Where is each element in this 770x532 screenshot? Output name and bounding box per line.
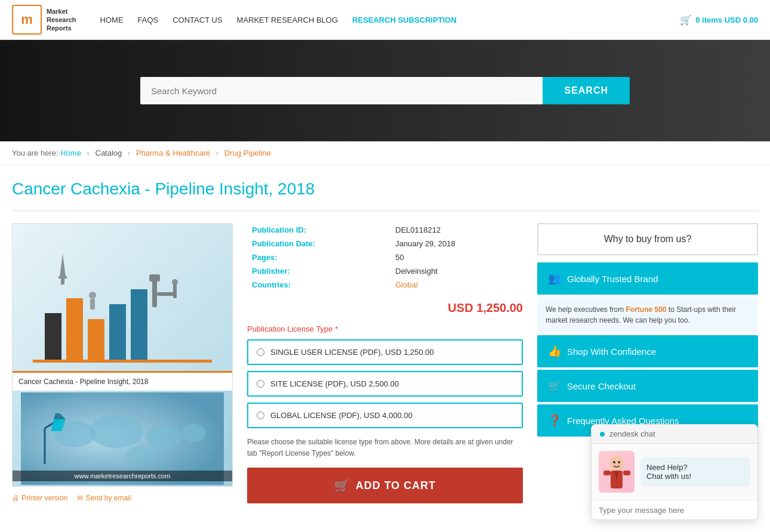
- svg-rect-14: [90, 299, 95, 310]
- product-image-bottom: www.marketresearchreports.com: [13, 391, 232, 486]
- chat-avatar-illustration: [600, 454, 633, 493]
- add-to-cart-button[interactable]: 🛒 ADD TO CART: [247, 468, 523, 503]
- svg-point-54: [618, 461, 620, 463]
- email-link[interactable]: ✉ Send by email: [77, 494, 131, 502]
- hero-banner: SEARCH: [0, 40, 770, 141]
- svg-rect-6: [149, 274, 160, 282]
- svg-point-9: [172, 279, 178, 285]
- site-header: m MarketResearchReports HOME FAQS CONTAC…: [0, 0, 770, 40]
- svg-point-20: [182, 424, 206, 442]
- main-nav: HOME FAQS CONTACT US MARKET RESEARCH BLO…: [100, 16, 680, 24]
- license-note: Please choose the suitable license type …: [247, 437, 523, 459]
- cart-button-icon: 🛒: [334, 478, 350, 493]
- svg-point-19: [146, 425, 182, 449]
- email-label: Send by email: [85, 494, 131, 502]
- feature-shop-label: Shop With Confidence: [567, 347, 656, 357]
- publisher-label: Publisher:: [247, 264, 390, 278]
- license-single-label: SINGLE USER LICENSE (PDF), USD 1,250.00: [270, 348, 434, 357]
- pages-val: 50: [390, 250, 523, 264]
- left-column: Cancer Cachexia - Pipeline Insight, 2018: [12, 223, 233, 508]
- printer-icon: 🖨: [12, 494, 19, 502]
- add-to-cart-label: ADD TO CART: [356, 480, 436, 492]
- pub-id-val: DEL0118212: [390, 223, 523, 237]
- svg-rect-11: [58, 276, 67, 279]
- search-input[interactable]: [140, 77, 543, 104]
- website-label: www.marketresearchreports.com: [13, 471, 232, 481]
- breadcrumb-prefix: You are here:: [12, 149, 58, 157]
- nav-subscription[interactable]: RESEARCH SUBSCRIPTION: [352, 16, 457, 24]
- search-button[interactable]: SEARCH: [543, 77, 630, 104]
- license-option-single[interactable]: SINGLE USER LICENSE (PDF), USD 1,250.00: [247, 339, 523, 365]
- people-icon: 👥: [548, 272, 561, 285]
- product-price: USD 1,250.00: [247, 301, 523, 315]
- svg-point-13: [89, 292, 96, 299]
- license-option-global[interactable]: GLOBAL LICENSE (PDF), USD 4,000.00: [247, 403, 523, 428]
- logo[interactable]: m MarketResearchReports: [12, 5, 76, 35]
- logo-text: MarketResearchReports: [47, 7, 76, 33]
- fortune-highlight: Fortune 500: [626, 305, 667, 314]
- feature-secure-checkout[interactable]: 🛒 Secure Checkout: [537, 370, 758, 402]
- chat-widget: zendesk chat Need Help?Chat with us!: [591, 424, 758, 519]
- chat-bubble: Need Help?Chat with us!: [640, 457, 750, 487]
- svg-point-21: [125, 446, 155, 464]
- printer-version-link[interactable]: 🖨 Printer version: [12, 494, 67, 502]
- svg-rect-4: [131, 289, 147, 361]
- breadcrumb-drug[interactable]: Drug Pipeline: [224, 149, 271, 157]
- nav-home[interactable]: HOME: [100, 16, 124, 24]
- feature-shop-confidence[interactable]: 👍 Shop With Confidence: [537, 335, 758, 367]
- product-actions: 🖨 Printer version ✉ Send by email: [12, 494, 233, 502]
- feature-trusted-desc: We help executives from Fortune 500 to S…: [537, 297, 758, 333]
- chat-input[interactable]: [599, 506, 750, 515]
- pub-id-label: Publication ID:: [247, 223, 390, 237]
- search-bar: SEARCH: [140, 77, 630, 104]
- thumb-icon: 👍: [548, 345, 561, 358]
- countries-label: Countries:: [247, 278, 390, 292]
- chat-avatar: [599, 451, 635, 493]
- svg-rect-7: [157, 292, 175, 296]
- pub-date-val: January 29, 2018: [390, 237, 523, 250]
- countries-val: Global: [390, 278, 523, 292]
- svg-rect-3: [109, 304, 126, 361]
- chat-header: zendesk chat: [592, 425, 757, 444]
- product-image-box: Cancer Cachexia - Pipeline Insight, 2018: [12, 223, 233, 487]
- breadcrumb-pharma[interactable]: Pharma & Healthcare: [136, 149, 210, 157]
- breadcrumb-catalog[interactable]: Catalog: [96, 149, 122, 157]
- svg-rect-8: [173, 283, 177, 298]
- license-global-label: GLOBAL LICENSE (PDF), USD 4,000.00: [270, 411, 412, 420]
- chat-status-dot: [600, 432, 605, 437]
- faq-icon: ❓: [548, 414, 561, 427]
- product-image-top: Cancer Cachexia - Pipeline Insight, 2018: [13, 224, 232, 391]
- email-icon: ✉: [77, 494, 83, 502]
- chat-body: Need Help?Chat with us!: [592, 444, 757, 500]
- svg-rect-5: [152, 277, 157, 307]
- feature-secure-label: Secure Checkout: [567, 381, 636, 391]
- chat-input-area[interactable]: [592, 500, 757, 519]
- license-radio-single[interactable]: [257, 348, 264, 356]
- page-title: Cancer Cachexia - Pipeline Insight, 2018: [0, 165, 770, 205]
- license-radio-global[interactable]: [257, 412, 264, 419]
- svg-rect-12: [61, 279, 64, 284]
- svg-rect-1: [66, 298, 83, 361]
- publisher-val: Delveinsight: [390, 264, 523, 278]
- breadcrumb-home[interactable]: Home: [60, 149, 81, 157]
- svg-point-53: [613, 461, 615, 463]
- breadcrumb: You are here: Home › Catalog › Pharma & …: [0, 141, 770, 165]
- svg-rect-52: [623, 471, 630, 475]
- svg-rect-51: [603, 471, 611, 475]
- nav-blog[interactable]: MARKET RESEARCH BLOG: [237, 16, 338, 24]
- chat-header-label: zendesk chat: [609, 429, 655, 438]
- license-option-site[interactable]: SITE LICENSE (PDF), USD 2,500.00: [247, 371, 523, 397]
- nav-faqs[interactable]: FAQS: [138, 16, 159, 24]
- cart-amount: 0 items USD 0.00: [695, 16, 758, 24]
- svg-rect-15: [33, 360, 212, 363]
- pages-label: Pages:: [247, 250, 390, 264]
- feature-trusted-brand[interactable]: 👥 Globally Trusted Brand: [537, 262, 758, 295]
- pub-date-label: Publication Date:: [247, 237, 390, 250]
- svg-rect-2: [88, 319, 104, 361]
- cart-summary[interactable]: 🛒 0 items USD 0.00: [680, 14, 758, 26]
- center-column: Publication ID: DEL0118212 Publication D…: [247, 223, 523, 508]
- license-site-label: SITE LICENSE (PDF), USD 2,500.00: [270, 379, 399, 388]
- nav-contact[interactable]: CONTACT US: [173, 16, 222, 24]
- license-radio-site[interactable]: [257, 380, 264, 388]
- svg-point-18: [90, 415, 143, 448]
